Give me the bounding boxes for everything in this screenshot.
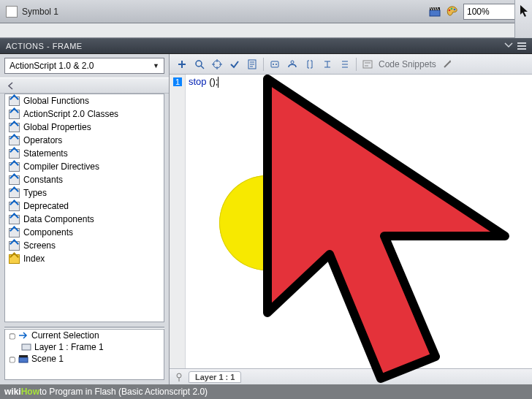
- collapse-between-braces-icon[interactable]: [303, 58, 316, 71]
- code-snippets-button[interactable]: Code Snippets: [379, 59, 436, 69]
- caption-wiki: wiki: [4, 387, 21, 397]
- editor-toolbar: Code Snippets: [170, 54, 532, 75]
- toolbar-separator: [356, 58, 357, 71]
- layer-icon: [21, 343, 31, 352]
- svg-rect-10: [19, 355, 28, 357]
- debug-options-icon[interactable]: [286, 58, 299, 71]
- collapse-icon[interactable]: ▢: [8, 332, 15, 340]
- svg-rect-0: [430, 10, 440, 16]
- svg-rect-7: [517, 48, 526, 50]
- caption-rest: to Program in Flash (Basic Actionscript …: [39, 387, 208, 397]
- palette-icon[interactable]: [446, 5, 459, 18]
- article-caption: wikiHow to Program in Flash (Basic Actio…: [0, 384, 532, 399]
- tree-toolbar: [0, 77, 169, 94]
- book-icon: [9, 189, 20, 198]
- selection-header-row[interactable]: ▢ Current Selection: [5, 330, 164, 341]
- book-icon: [9, 202, 20, 211]
- tree-item: Compiler Directives: [5, 160, 164, 173]
- code-rest: ();: [207, 76, 218, 87]
- top-toolbar: Symbol 1 100% ▼: [0, 0, 532, 23]
- tree-item: Types: [5, 186, 164, 200]
- svg-point-17: [291, 61, 294, 64]
- book-icon: [9, 215, 20, 224]
- svg-rect-18: [363, 61, 372, 68]
- toolbar-separator: [263, 58, 264, 71]
- tree-item: Screens: [5, 239, 164, 252]
- scene-icon: [18, 354, 28, 363]
- add-icon[interactable]: [175, 58, 189, 71]
- book-icon: [9, 110, 20, 119]
- auto-format-icon[interactable]: [246, 58, 259, 71]
- collapse-icon[interactable]: ▢: [8, 355, 15, 363]
- document-icon: [6, 6, 18, 18]
- wand-icon[interactable]: [441, 58, 454, 71]
- expand-all-icon[interactable]: [338, 58, 352, 71]
- svg-point-16: [276, 64, 277, 65]
- check-syntax-icon[interactable]: [228, 58, 241, 71]
- editor-status-bar: Layer 1 : 1: [170, 368, 532, 384]
- line-number: 1: [173, 77, 182, 86]
- zoom-value: 100%: [467, 7, 490, 17]
- find-icon[interactable]: [193, 58, 206, 71]
- selection-layer-row[interactable]: Layer 1 : Frame 1: [5, 341, 164, 353]
- panel-menu-icon[interactable]: [517, 42, 526, 50]
- panel-collapse-icon[interactable]: [504, 42, 513, 50]
- tree-item: Constants: [5, 173, 164, 186]
- clapboard-icon[interactable]: [428, 5, 441, 18]
- book-icon: [9, 136, 20, 145]
- book-icon: [9, 228, 20, 238]
- highlight-circle: [219, 175, 314, 270]
- tree-item: ActionScript 2.0 Classes: [5, 107, 164, 121]
- document-title: Symbol 1: [22, 7, 58, 17]
- show-code-hint-icon[interactable]: [268, 58, 281, 71]
- code-keyword: stop: [189, 76, 207, 87]
- index-icon: [9, 254, 20, 264]
- workspace-band: [0, 23, 532, 38]
- svg-rect-8: [22, 344, 31, 350]
- svg-point-2: [449, 9, 451, 11]
- tree-item: Components: [5, 226, 164, 239]
- tree-item: Operators: [5, 134, 164, 147]
- tree-item: Global Functions: [5, 94, 164, 107]
- actions-toolbox-tree[interactable]: Global Functions ActionScript 2.0 Classe…: [4, 94, 164, 322]
- svg-rect-9: [19, 357, 28, 362]
- arrow-tool-icon[interactable]: [519, 4, 529, 18]
- selection-arrow-icon: [18, 331, 28, 340]
- book-icon: [9, 96, 20, 106]
- actions-panel-titlebar: ACTIONS - FRAME: [0, 38, 532, 54]
- right-tool-strip: [514, 0, 532, 38]
- actions-sidebar: ActionScript 1.0 & 2.0 ▼ Global Function…: [0, 54, 170, 384]
- target-icon[interactable]: [210, 58, 224, 71]
- apply-block-comment-icon[interactable]: [361, 58, 374, 71]
- tree-item: Statements: [5, 147, 164, 160]
- svg-point-4: [454, 8, 456, 10]
- as-version-label: ActionScript 1.0 & 2.0: [10, 61, 94, 71]
- svg-point-3: [451, 7, 453, 10]
- tree-item: Data Components: [5, 213, 164, 226]
- panel-title-text: ACTIONS - FRAME: [6, 42, 83, 50]
- svg-point-11: [196, 61, 202, 66]
- line-gutter: 1: [170, 75, 186, 368]
- book-icon: [9, 123, 20, 132]
- svg-point-15: [273, 64, 274, 65]
- svg-rect-5: [517, 42, 526, 44]
- tree-item: Index: [5, 252, 164, 265]
- tree-item: Global Properties: [5, 121, 164, 134]
- caption-how: How: [21, 387, 39, 397]
- svg-rect-6: [517, 45, 526, 47]
- svg-rect-14: [271, 61, 278, 67]
- text-caret: [218, 77, 218, 88]
- actionscript-version-select[interactable]: ActionScript 1.0 & 2.0 ▼: [4, 58, 164, 74]
- script-tab[interactable]: Layer 1 : 1: [189, 371, 241, 383]
- selection-scene-row[interactable]: ▢ Scene 1: [5, 353, 164, 365]
- book-icon: [9, 241, 20, 251]
- chevron-down-icon: ▼: [153, 62, 159, 69]
- current-selection-tree[interactable]: ▢ Current Selection Layer 1 : Frame 1 ▢ …: [4, 329, 164, 380]
- collapse-selection-icon[interactable]: [321, 58, 334, 71]
- pin-icon[interactable]: [175, 373, 184, 381]
- tree-item: Deprecated: [5, 200, 164, 213]
- tree-back-icon[interactable]: [4, 79, 18, 92]
- book-icon: [9, 149, 20, 159]
- book-icon: [9, 175, 20, 185]
- svg-point-19: [177, 373, 181, 378]
